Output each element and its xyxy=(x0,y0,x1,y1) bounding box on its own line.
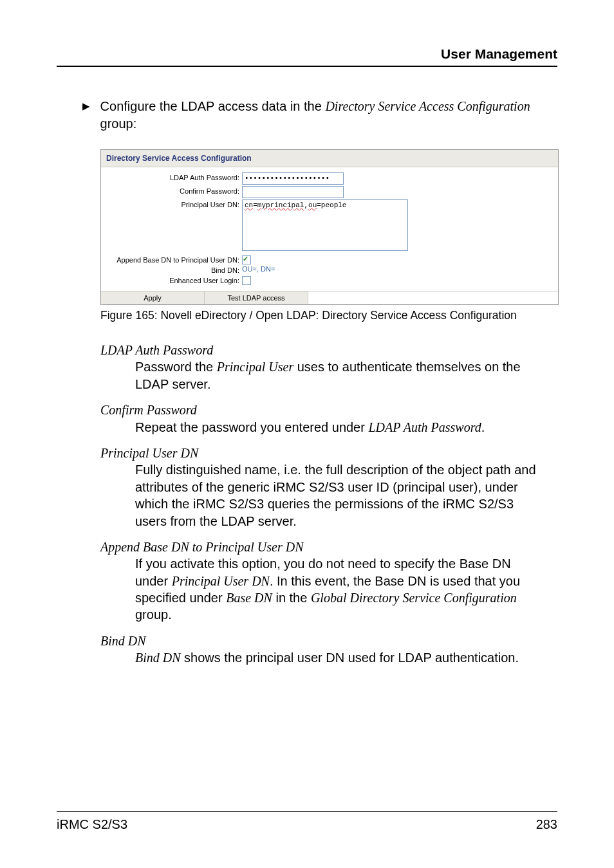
text: Repeat the password you entered under xyxy=(135,420,368,434)
dn-part: = xyxy=(253,201,257,209)
principal-user-dn-label: Principal User DN: xyxy=(107,199,242,208)
bullet-icon: ▶ xyxy=(82,100,97,113)
append-base-dn-label: Append Base DN to Principal User DN: xyxy=(107,255,242,264)
ldap-auth-password-label: LDAP Auth Password: xyxy=(107,172,242,181)
test-ldap-button[interactable]: Test LDAP access xyxy=(205,291,308,304)
def-body: Repeat the password you entered under LD… xyxy=(135,419,544,436)
dn-part: myprincipal xyxy=(257,201,304,209)
intro-italic: Directory Service Access Configuration xyxy=(325,99,530,113)
text-italic: Bind DN xyxy=(135,651,181,665)
def-body: Fully distinguished name, i.e. the full … xyxy=(135,461,544,530)
def-term: Confirm Password xyxy=(100,402,544,418)
text: group. xyxy=(135,607,172,622)
definitions: LDAP Auth Password Password the Principa… xyxy=(100,342,544,667)
def-body: Bind DN shows the principal user DN used… xyxy=(135,649,544,666)
confirm-password-input[interactable] xyxy=(242,186,344,198)
footer-left: iRMC S2/S3 xyxy=(57,817,127,832)
text: Password the xyxy=(135,360,217,374)
intro-lead: Configure the LDAP access data in the xyxy=(100,99,326,113)
apply-button[interactable]: Apply xyxy=(101,291,205,304)
dn-part: =people xyxy=(317,201,346,209)
page-footer: iRMC S2/S3 283 xyxy=(57,811,557,832)
text: . xyxy=(481,420,485,434)
bind-dn-value: OU=, DN= xyxy=(242,265,275,273)
def-term: Bind DN xyxy=(100,633,544,649)
text-italic: Base DN xyxy=(226,591,272,605)
def-term: Append Base DN to Principal User DN xyxy=(100,539,544,555)
intro-trail: group: xyxy=(100,116,137,131)
enhanced-user-login-label: Enhanced User Login: xyxy=(107,275,242,284)
intro-paragraph: ▶ Configure the LDAP access data in the … xyxy=(82,98,557,133)
def-term: Principal User DN xyxy=(100,445,544,461)
text: in the xyxy=(272,591,311,605)
screenshot-panel: Directory Service Access Configuration L… xyxy=(100,149,559,305)
figure-caption: Figure 165: Novell eDirectory / Open LDA… xyxy=(100,309,557,322)
def-body: Password the Principal User uses to auth… xyxy=(135,358,544,392)
dn-part: cn xyxy=(245,201,253,209)
dn-part: ou xyxy=(308,201,317,209)
principal-user-dn-input[interactable]: cn=myprincipal,ou=people xyxy=(242,199,408,251)
def-body: If you activate this option, you do not … xyxy=(135,555,544,623)
footer-page-number: 283 xyxy=(536,817,557,832)
text-italic: Global Directory Service Configuration xyxy=(311,591,517,605)
text-italic: Principal User DN xyxy=(172,574,270,588)
confirm-password-label: Confirm Password: xyxy=(107,186,242,195)
text-italic: LDAP Auth Password xyxy=(368,420,481,434)
enhanced-user-login-checkbox[interactable] xyxy=(242,276,251,285)
panel-title: Directory Service Access Configuration xyxy=(101,150,558,167)
append-base-dn-checkbox[interactable] xyxy=(242,255,251,264)
bind-dn-label: Bind DN: xyxy=(107,265,242,274)
def-term: LDAP Auth Password xyxy=(100,342,544,358)
text: shows the principal user DN used for LDA… xyxy=(181,651,519,665)
text-italic: Principal User xyxy=(217,360,293,374)
page-header: User Management xyxy=(57,46,557,67)
ldap-auth-password-input[interactable]: •••••••••••••••••••• xyxy=(242,172,344,185)
